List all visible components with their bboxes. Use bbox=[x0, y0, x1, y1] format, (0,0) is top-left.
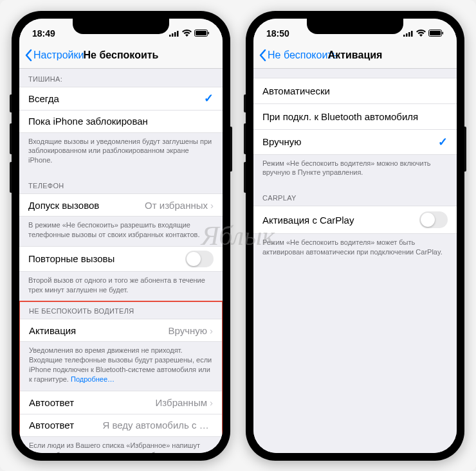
status-time: 18:49 bbox=[32, 28, 55, 39]
footer-silence: Входящие вызовы и уведомления будут загл… bbox=[19, 133, 223, 172]
row-autoreply-msg[interactable]: Автоответ Я веду автомобиль с включенн… … bbox=[20, 414, 222, 437]
row-activate[interactable]: Активация Вручную› bbox=[20, 319, 222, 342]
svg-rect-13 bbox=[443, 32, 444, 35]
footer-autoreply: Если люди из Вашего списка «Избранное» н… bbox=[20, 437, 222, 453]
row-opt-auto[interactable]: Автоматически bbox=[253, 78, 457, 103]
back-button[interactable]: Не беспокоить bbox=[259, 49, 338, 62]
wifi-icon bbox=[182, 30, 192, 37]
battery-icon bbox=[428, 30, 444, 37]
signal-icon bbox=[169, 30, 179, 37]
nav-bar: Настройки Не беспокоить bbox=[19, 43, 223, 69]
content: ТИШИНА: Всегда ✓ Пока iPhone заблокирова… bbox=[19, 69, 223, 453]
row-repeat-calls[interactable]: Повторные вызовы bbox=[19, 246, 223, 272]
toggle-carplay[interactable] bbox=[419, 211, 448, 228]
footer-carplay: Режим «Не беспокоить водителя» может быт… bbox=[253, 234, 457, 263]
svg-rect-6 bbox=[208, 32, 210, 35]
svg-rect-0 bbox=[169, 35, 171, 37]
footer-options: Режим «Не беспокоить водителя» можно вкл… bbox=[253, 155, 457, 184]
row-opt-bluetooth[interactable]: При подкл. к Bluetooth автомобиля bbox=[253, 103, 457, 129]
svg-rect-2 bbox=[174, 32, 176, 37]
footer-repeat: Второй вызов от одного и того же абонент… bbox=[19, 272, 223, 301]
svg-rect-7 bbox=[403, 35, 405, 37]
row-allow-calls[interactable]: Допуск вызовов От избранных› bbox=[19, 193, 223, 217]
row-autoreply-to[interactable]: Автоответ Избранным› bbox=[20, 391, 222, 414]
svg-rect-3 bbox=[177, 31, 179, 37]
section-header-carplay: CARPLAY bbox=[253, 184, 457, 206]
phone-left: 18:49 Настройки bbox=[12, 11, 230, 461]
chevron-right-icon: › bbox=[210, 200, 214, 211]
notch bbox=[307, 19, 403, 34]
content: Автоматически При подкл. к Bluetooth авт… bbox=[253, 69, 457, 453]
highlight-driver-section: НЕ БЕСПОКОИТЬ ВОДИТЕЛЯ Активация Вручную… bbox=[19, 301, 223, 452]
battery-icon bbox=[194, 30, 210, 37]
notch bbox=[73, 19, 169, 34]
checkmark-icon: ✓ bbox=[204, 91, 214, 105]
section-header-driver: НЕ БЕСПОКОИТЬ ВОДИТЕЛЯ bbox=[20, 302, 222, 319]
page-title: Не беспокоить bbox=[84, 49, 159, 61]
svg-rect-10 bbox=[411, 31, 413, 37]
row-silence-always[interactable]: Всегда ✓ bbox=[19, 87, 223, 110]
row-silence-locked[interactable]: Пока iPhone заблокирован bbox=[19, 110, 223, 133]
section-header-phone: ТЕЛЕФОН bbox=[19, 172, 223, 193]
svg-rect-1 bbox=[172, 33, 174, 37]
toggle-repeat[interactable] bbox=[185, 251, 214, 267]
nav-bar: Не беспокоить Активация bbox=[253, 43, 457, 69]
chevron-right-icon: › bbox=[210, 325, 213, 336]
status-time: 18:50 bbox=[266, 28, 289, 39]
back-label: Настройки bbox=[33, 49, 84, 61]
svg-rect-9 bbox=[408, 32, 410, 37]
chevron-right-icon: › bbox=[210, 397, 213, 408]
back-button[interactable]: Настройки bbox=[24, 49, 84, 62]
checkmark-icon: ✓ bbox=[438, 135, 448, 149]
page-title: Активация bbox=[328, 49, 383, 61]
row-opt-manual[interactable]: Вручную ✓ bbox=[253, 129, 457, 155]
svg-rect-5 bbox=[196, 31, 206, 35]
row-carplay[interactable]: Активация с CarPlay bbox=[253, 206, 457, 234]
learn-more-link[interactable]: Подробнее… bbox=[71, 375, 114, 383]
svg-rect-8 bbox=[406, 33, 408, 37]
footer-activate: Уведомления во время движения не приходя… bbox=[20, 342, 222, 390]
section-header-silence: ТИШИНА: bbox=[19, 69, 223, 87]
svg-rect-12 bbox=[430, 31, 441, 35]
phone-right: 18:50 Не беспокоить bbox=[246, 11, 464, 461]
wifi-icon bbox=[416, 30, 426, 37]
footer-calls: В режиме «Не беспокоить» разрешить входя… bbox=[19, 217, 223, 246]
signal-icon bbox=[403, 30, 414, 37]
